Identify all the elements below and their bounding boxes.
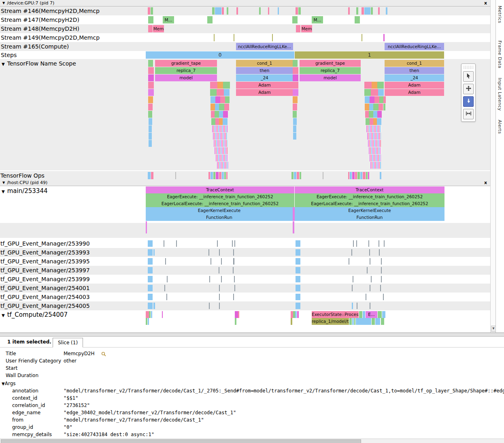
trace-event[interactable] xyxy=(148,240,153,247)
trace-event[interactable] xyxy=(233,294,234,300)
trace-event[interactable] xyxy=(162,311,163,318)
trace-event[interactable] xyxy=(296,240,300,247)
trace-event[interactable] xyxy=(210,89,217,96)
trace-event[interactable] xyxy=(278,7,279,15)
trace-event[interactable] xyxy=(362,7,364,15)
trace-event[interactable] xyxy=(352,172,355,179)
trace-event[interactable] xyxy=(365,111,369,118)
trace-event[interactable] xyxy=(223,118,228,125)
trace-event[interactable] xyxy=(297,172,299,179)
trace-event[interactable] xyxy=(151,311,152,318)
trace-event[interactable] xyxy=(353,240,354,247)
trace-event[interactable] xyxy=(297,311,299,318)
trace-event[interactable]: EagerExecute: __inference_train_function… xyxy=(146,193,294,200)
trace-event[interactable]: FunctionRun xyxy=(295,214,444,221)
trace-event[interactable] xyxy=(213,133,228,140)
trace-event[interactable] xyxy=(149,140,152,147)
trace-event[interactable] xyxy=(348,7,350,15)
trace-event[interactable] xyxy=(294,172,296,179)
trace-event[interactable]: gradient_tape xyxy=(300,60,361,67)
trace-event[interactable] xyxy=(293,221,294,233)
trace-event[interactable] xyxy=(362,34,362,41)
trace-event[interactable] xyxy=(293,133,296,140)
trace-event[interactable] xyxy=(217,89,224,96)
trace-event[interactable] xyxy=(232,240,233,247)
trace-event[interactable] xyxy=(293,89,298,96)
trace-event[interactable] xyxy=(383,96,386,103)
trace-event[interactable] xyxy=(354,318,355,325)
trace-event[interactable] xyxy=(272,34,273,41)
trace-event[interactable] xyxy=(212,7,215,15)
trace-event[interactable] xyxy=(364,7,370,15)
trace-event[interactable]: ncclAllReduceRingLLKe... xyxy=(385,43,444,50)
trace-event[interactable] xyxy=(214,34,215,41)
trace-event[interactable] xyxy=(367,267,368,273)
trace-event[interactable]: ExecutorState::Process xyxy=(312,311,359,318)
trace-event[interactable] xyxy=(373,118,377,125)
trace-event[interactable] xyxy=(148,276,153,282)
trace-event[interactable] xyxy=(176,240,177,247)
trace-event[interactable] xyxy=(219,172,221,179)
trace-event[interactable] xyxy=(210,82,217,89)
trace-event[interactable] xyxy=(364,82,372,89)
trace-event[interactable]: _24 xyxy=(385,74,444,81)
trace-event[interactable] xyxy=(365,96,370,103)
trace-event[interactable] xyxy=(353,276,353,282)
trace-event[interactable] xyxy=(164,285,165,291)
tab-slice[interactable]: Slice (1) xyxy=(53,338,83,348)
trace-event[interactable] xyxy=(370,96,374,103)
trace-event[interactable] xyxy=(370,258,370,265)
trace-event[interactable] xyxy=(381,276,382,282)
trace-event[interactable] xyxy=(227,7,228,15)
trace-event[interactable] xyxy=(153,303,155,309)
trace-event[interactable] xyxy=(379,240,379,247)
trace-event[interactable] xyxy=(300,172,301,179)
trace-event[interactable] xyxy=(208,172,210,179)
trace-event[interactable] xyxy=(148,67,154,74)
trace-event[interactable] xyxy=(148,258,153,265)
trace-event[interactable] xyxy=(149,118,152,125)
trace-event[interactable] xyxy=(238,311,239,318)
trace-event[interactable] xyxy=(219,294,220,300)
trace-event[interactable] xyxy=(378,311,382,318)
trace-event[interactable] xyxy=(233,267,234,273)
trace-event[interactable] xyxy=(371,276,372,282)
trace-event[interactable]: replica_1/model/t... xyxy=(312,318,349,325)
trace-event[interactable]: FunctionRun xyxy=(146,214,293,221)
trace-event[interactable] xyxy=(148,318,149,325)
trace-event[interactable] xyxy=(219,303,220,309)
trace-event[interactable] xyxy=(350,172,352,179)
trace-event[interactable] xyxy=(355,172,357,179)
trace-event[interactable] xyxy=(211,118,215,125)
trace-event[interactable] xyxy=(377,118,381,125)
trace-event[interactable] xyxy=(148,7,150,15)
trace-event[interactable]: M... xyxy=(163,16,174,23)
trace-event[interactable] xyxy=(215,104,219,110)
trace-event[interactable] xyxy=(293,67,298,74)
trace-event[interactable] xyxy=(146,221,147,233)
trace-event[interactable]: Adam xyxy=(385,82,444,89)
trace-event[interactable] xyxy=(356,7,358,15)
trace-event[interactable] xyxy=(215,96,220,103)
trace-event[interactable]: Mem xyxy=(153,25,164,32)
trace-event[interactable]: model xyxy=(155,74,217,81)
trace-event[interactable] xyxy=(234,34,234,41)
trace-event[interactable] xyxy=(373,111,377,118)
trace-event[interactable] xyxy=(175,172,176,179)
trace-event[interactable] xyxy=(369,104,373,110)
trace-event[interactable] xyxy=(372,82,377,89)
trace-event[interactable] xyxy=(291,172,293,179)
trace-event[interactable]: then xyxy=(385,67,444,74)
trace-event[interactable] xyxy=(234,285,235,291)
zoom-tool-button[interactable] xyxy=(463,96,474,107)
trace-event[interactable] xyxy=(148,60,153,67)
trace-event[interactable] xyxy=(217,82,223,89)
trace-event[interactable] xyxy=(377,82,384,89)
trace-event[interactable] xyxy=(293,96,298,103)
trace-event[interactable]: E... xyxy=(366,311,377,318)
trace-event[interactable] xyxy=(295,311,297,318)
collapse-args-icon[interactable]: ▼ xyxy=(2,382,5,386)
trace-event[interactable] xyxy=(293,104,297,110)
trace-event[interactable] xyxy=(217,162,228,169)
trace-event[interactable] xyxy=(372,318,375,325)
